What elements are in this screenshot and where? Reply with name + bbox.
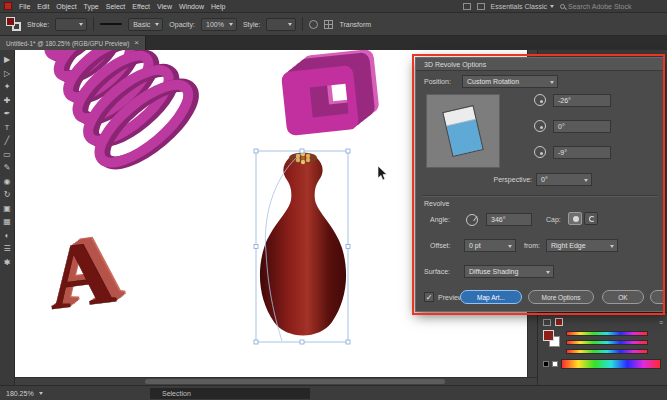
tool-rectangle[interactable]: ▭ [2,150,13,160]
position-dropdown[interactable]: Custom Rotation [462,75,558,88]
opacity-label: Opacity: [169,21,195,28]
tool-direct-selection[interactable]: ▷ [2,69,13,79]
zoom-dropdown-icon[interactable] [39,392,43,395]
angle-label: Angle: [430,216,450,223]
more-options-button[interactable]: More Options [528,290,594,304]
workspace-switcher[interactable]: Essentials Classic [491,3,554,10]
color-panel-tab-icon[interactable] [543,319,551,326]
search-placeholder-text: Search Adobe Stock [568,3,631,10]
arrange-documents-icon[interactable] [463,3,471,10]
vase-object[interactable] [254,149,350,344]
offset-field[interactable]: 0 pt [464,239,516,252]
tool-magic-wand[interactable]: ✦ [2,82,13,92]
opacity-dropdown[interactable]: 100% [201,18,237,31]
document-tab-bar: Untitled-1* @ 180.25% (RGB/GPU Preview) … [0,36,667,50]
tool-eyedropper[interactable]: ☰ [2,244,13,254]
menu-window[interactable]: Window [179,3,204,10]
rotate-z-field[interactable]: -9° [553,146,611,159]
offset-from-dropdown[interactable]: Right Edge [546,239,618,252]
color-spectrum-bar[interactable] [561,359,661,369]
rotate-x-value: -26° [558,97,571,104]
perspective-dropdown[interactable]: 0° [536,173,592,186]
letter-a-object[interactable]: A A A A A A A [40,213,129,330]
document-tab[interactable]: Untitled-1* @ 180.25% (RGB/GPU Preview) … [0,36,146,50]
tool-pen[interactable]: ✒ [2,109,13,119]
menu-help[interactable]: Help [211,3,225,10]
menu-object[interactable]: Object [56,3,76,10]
tool-shape-builder[interactable]: ◉ [2,177,13,187]
tool-scale[interactable]: ▣ [2,204,13,214]
color-slider-2[interactable] [566,340,648,345]
rotate-y-field[interactable]: 0° [553,120,611,133]
tool-selection[interactable]: ▶ [2,55,13,65]
svg-text:A: A [41,220,119,329]
surface-value: Diffuse Shading [469,268,518,275]
divider [422,195,658,196]
horizontal-scroll-thumb[interactable] [145,379,445,384]
document-title: Untitled-1* @ 180.25% (RGB/GPU Preview) [6,40,129,47]
tool-mesh[interactable]: ▦ [2,217,13,227]
magenta-coil-object[interactable] [21,50,203,177]
angle-field[interactable]: 346° [486,213,532,226]
current-color-swatch[interactable] [555,318,563,326]
color-slider-3[interactable] [566,349,648,354]
horizontal-scrollbar[interactable] [15,377,537,385]
menu-type[interactable]: Type [84,3,99,10]
tool-rotate[interactable]: ↻ [2,190,13,200]
dialog-title: 3D Revolve Options [416,58,664,71]
fill-stroke-swatches[interactable] [6,17,21,31]
offset-from-value: Right Edge [551,242,586,249]
cap-solid-button[interactable] [568,212,582,225]
angle-dial-icon[interactable] [466,214,478,226]
map-art-button[interactable]: Map Art... [460,290,522,304]
rotate-z-value: -9° [558,149,567,156]
surface-label: Surface: [424,268,450,275]
tool-type[interactable]: T [2,123,13,133]
position-value: Custom Rotation [467,78,519,85]
tool-lasso[interactable]: ✚ [2,96,13,106]
panel-menu-icon[interactable]: ≡ [659,319,663,326]
grid-icon[interactable] [324,20,333,29]
chevron-down-icon [550,5,554,8]
share-icon[interactable] [477,3,485,10]
transform-link[interactable]: Transform [339,21,371,28]
perspective-label: Perspective: [476,176,532,183]
ok-button[interactable]: OK [602,290,644,304]
menu-effect[interactable]: Effect [132,3,150,10]
tool-gradient[interactable]: ◐ [2,231,13,241]
cancel-button[interactable]: Cancel [650,290,665,304]
panel-fill-stroke[interactable] [543,330,560,347]
tool-line-segment[interactable]: ╱ [2,136,13,146]
black-swatch[interactable] [543,361,549,367]
close-icon[interactable]: × [134,39,139,47]
menu-view[interactable]: View [157,3,172,10]
menu-edit[interactable]: Edit [37,3,49,10]
preview-checkbox[interactable]: ✓ [424,292,434,302]
color-slider-1[interactable] [566,331,648,336]
rotation-track-cube[interactable] [426,94,500,168]
app-bar-right: Essentials Classic Search Adobe Stock [463,0,664,13]
menu-select[interactable]: Select [106,3,125,10]
surface-dropdown[interactable]: Diffuse Shading [464,265,554,278]
opacity-value: 100% [206,21,224,28]
tool-hand[interactable]: ✱ [2,258,13,268]
style-dropdown[interactable] [266,18,296,31]
panel-fill-swatch[interactable] [543,330,554,341]
cap-open-button[interactable] [584,212,598,225]
fill-swatch[interactable] [6,17,15,26]
stroke-weight-dropdown[interactable] [55,18,87,31]
pink-frame-object[interactable] [279,50,381,136]
white-swatch[interactable] [552,361,558,367]
target-icon[interactable] [309,20,318,29]
brush-dropdown[interactable]: Basic [128,18,163,31]
stock-search-field[interactable]: Search Adobe Stock [560,3,664,10]
position-label: Position: [424,78,451,85]
menu-file[interactable]: File [19,3,30,10]
menu-bar: File Edit Object Type Select Effect View… [0,0,667,13]
tool-pencil[interactable]: ✎ [2,163,13,173]
workspace-label: Essentials Classic [491,3,547,10]
rotate-x-field[interactable]: -26° [553,94,611,107]
zoom-level[interactable]: 180.25% [6,390,34,397]
perspective-value: 0° [541,176,548,183]
divider [302,17,303,31]
